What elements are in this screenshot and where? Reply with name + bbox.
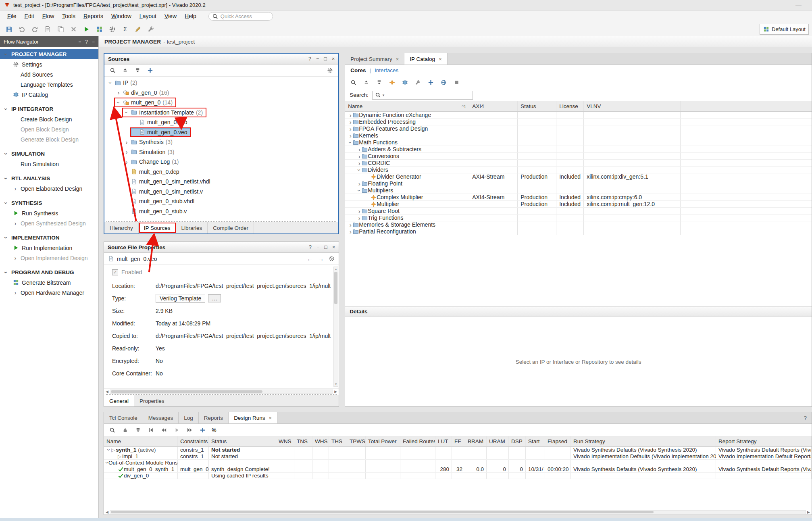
tab-compile-order[interactable]: Compile Order (208, 222, 254, 233)
nav-item-add-sources[interactable]: Add Sources (0, 69, 98, 79)
source-item-ip[interactable]: ›IP(2) (104, 78, 338, 88)
column-axi4[interactable]: AXI4 (469, 101, 518, 111)
catalog-row-divider-generator[interactable]: Divider GeneratorAXI4-StreamProductionIn… (345, 173, 812, 180)
menu-file[interactable]: File (3, 11, 21, 21)
column-elapsed[interactable]: Elapsed (545, 436, 571, 446)
column-name[interactable]: Name ^1 (345, 101, 469, 111)
nav-item-language-templates[interactable]: Language Templates (0, 79, 98, 90)
chevron-right-icon[interactable]: › (357, 160, 362, 166)
chevron-right-icon[interactable]: › (357, 208, 362, 214)
catalog-row-embedded-processing[interactable]: ›Embedded Processing (345, 119, 812, 125)
search-button[interactable] (108, 426, 116, 434)
source-item-mult-gen-0-stub-v[interactable]: mult_gen_0_stub.v (104, 206, 338, 217)
catalog-row-math-functions[interactable]: ›Math Functions (345, 139, 812, 146)
tab-libraries[interactable]: Libraries (176, 222, 208, 233)
minimize-icon[interactable]: − (316, 56, 319, 62)
flow-navigator-help-icon[interactable]: ? (85, 39, 88, 45)
column-tns[interactable]: TNS (294, 436, 312, 446)
next-object-button[interactable]: → (318, 255, 324, 262)
minimize-icon[interactable]: − (316, 244, 319, 250)
edit-button[interactable] (132, 24, 144, 35)
scrollbar-thumb[interactable] (111, 511, 654, 513)
nav-item-open-elaborated-design[interactable]: ›Open Elaborated Design (0, 183, 98, 194)
catalog-row-adders-subtracters[interactable]: ›Adders & Subtracters (345, 146, 812, 153)
tab-reports[interactable]: Reports (199, 412, 229, 423)
ip-details-button[interactable] (453, 79, 460, 86)
chevron-right-icon[interactable]: › (348, 112, 353, 118)
scrollbar-thumb[interactable] (334, 272, 337, 304)
column-ff[interactable]: FF (452, 436, 465, 446)
chevron-down-icon[interactable]: › (108, 80, 114, 85)
chevron-right-icon[interactable]: › (124, 159, 129, 165)
program-device-button[interactable] (94, 24, 105, 35)
tab-hierarchy[interactable]: Hierarchy (104, 222, 139, 233)
tab-general[interactable]: General (104, 395, 134, 406)
chevron-down-icon[interactable]: › (124, 110, 130, 115)
nav-item-create-block-design[interactable]: Create Block Design (0, 114, 98, 124)
report-utilization-button[interactable] (119, 24, 131, 35)
ip-settings-button[interactable] (414, 79, 422, 86)
nav-item-settings[interactable]: Settings (0, 59, 98, 69)
column-dsp[interactable]: DSP (509, 436, 526, 446)
nav-item-run-implementation[interactable]: Run Implementation (0, 243, 98, 253)
tab-tcl-console[interactable]: Tcl Console (104, 412, 143, 423)
column-status[interactable]: Status (518, 101, 556, 111)
run-row-synth-1[interactable]: ›▷synth_1(active)constrs_1Not startedViv… (104, 447, 812, 453)
menu-reports[interactable]: Reports (79, 11, 107, 21)
menu-flow[interactable]: Flow (38, 11, 58, 21)
settings-button[interactable] (106, 24, 118, 35)
source-item-mult-gen-0-veo[interactable]: mult_gen_0.veo (104, 127, 338, 138)
column-whs[interactable]: WHS (312, 436, 329, 446)
tools-button[interactable] (145, 24, 157, 35)
tab-ip-sources[interactable]: IP Sources (139, 222, 176, 233)
catalog-row-trig-functions[interactable]: ›Trig Functions (345, 215, 812, 221)
scroll-left-icon[interactable]: ◀ (106, 390, 108, 394)
catalog-row-conversions[interactable]: ›Conversions (345, 153, 812, 160)
cores-toggle[interactable]: Cores (350, 67, 366, 73)
collapse-all-button[interactable] (362, 79, 370, 86)
next-step-button[interactable] (186, 426, 194, 434)
web-ip-button[interactable] (440, 79, 448, 86)
menu-view[interactable]: View (160, 11, 181, 21)
chevron-right-icon[interactable]: › (357, 153, 362, 159)
ip-hierarchy-button[interactable] (388, 79, 396, 86)
nav-item-open-synthesized-design[interactable]: ›Open Synthesized Design (0, 218, 98, 228)
more-options-button[interactable]: … (208, 294, 221, 302)
add-repository-button[interactable] (427, 79, 435, 86)
nav-item-run-synthesis[interactable]: Run Synthesis (0, 208, 98, 218)
run-button[interactable] (81, 24, 92, 35)
help-icon[interactable]: ? (308, 56, 311, 62)
close-icon[interactable]: × (332, 244, 335, 250)
column-wns[interactable]: WNS (276, 436, 294, 446)
expand-all-button[interactable] (134, 67, 142, 74)
catalog-row-dynamic-function-exchange[interactable]: ›Dynamic Function eXchange (345, 112, 812, 119)
reset-run-button[interactable] (147, 426, 155, 434)
tab-design-runs[interactable]: Design Runs × (229, 412, 277, 423)
nav-item-open-block-design[interactable]: Open Block Design (0, 124, 98, 134)
search-button[interactable] (109, 67, 117, 74)
run-row-mult-gen-0-synth-1[interactable]: mult_gen_0_synth_1mult_gen_0synth_design… (104, 466, 812, 473)
column-status[interactable]: Status (209, 436, 276, 446)
nav-item-generate-block-design[interactable]: Generate Block Design (0, 134, 98, 144)
column-run-strategy[interactable]: Run Strategy (571, 436, 716, 446)
delete-button[interactable] (68, 24, 79, 35)
redo-button[interactable] (29, 24, 41, 35)
menu-help[interactable]: Help (181, 11, 200, 21)
column-lut[interactable]: LUT (435, 436, 452, 446)
minimize-window-button[interactable]: — (789, 2, 808, 8)
flow-section-implementation[interactable]: ›IMPLEMENTATION (0, 233, 98, 243)
run-row-div-gen-0[interactable]: div_gen_0Using cached IP results (104, 473, 812, 479)
scroll-right-icon[interactable]: ▶ (807, 510, 810, 514)
chevron-right-icon[interactable]: › (357, 215, 362, 221)
column-failed-routes[interactable]: Failed Routes (400, 436, 435, 446)
chevron-down-icon[interactable]: › (348, 140, 354, 145)
chevron-down-icon[interactable]: › (356, 188, 362, 193)
source-item-div-gen-0[interactable]: ›div_gen_0(16) (104, 88, 338, 98)
enabled-checkbox[interactable]: ✓ (112, 269, 118, 275)
scroll-left-icon[interactable]: ◀ (106, 510, 108, 514)
catalog-row-floating-point[interactable]: ›Floating Point (345, 180, 812, 187)
undo-button[interactable] (16, 24, 28, 35)
menu-tools[interactable]: Tools (58, 11, 79, 21)
flow-section-simulation[interactable]: ›SIMULATION (0, 149, 98, 159)
flow-section-synthesis[interactable]: ›SYNTHESIS (0, 198, 98, 208)
